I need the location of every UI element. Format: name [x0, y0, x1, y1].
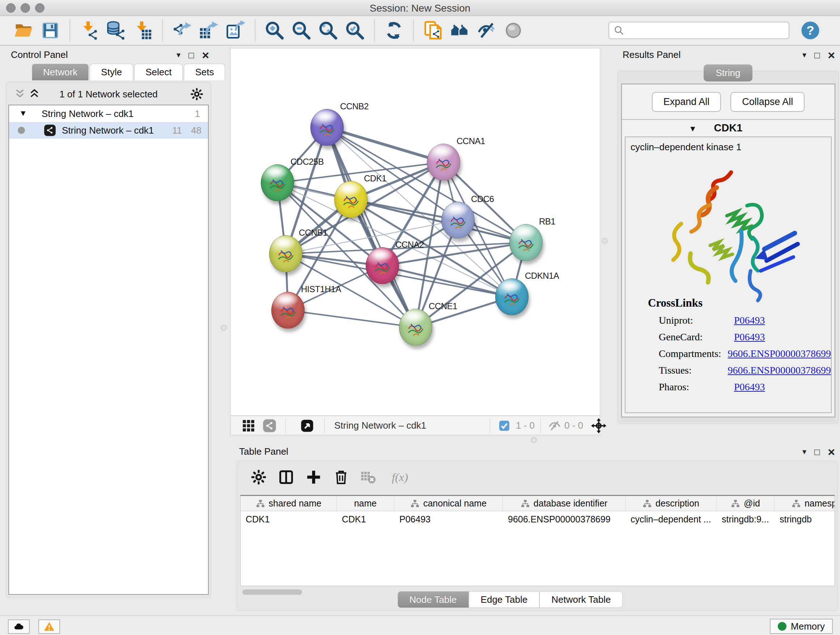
pan-crosshair-icon[interactable]: [591, 418, 606, 433]
network-row[interactable]: String Network – cdk1 11 48: [9, 122, 208, 139]
collapse-all-button[interactable]: Collapse All: [730, 92, 805, 112]
hidden-eye-icon[interactable]: [548, 419, 561, 432]
tab-string[interactable]: String: [616, 65, 840, 81]
first-neighbors-button[interactable]: [449, 19, 471, 41]
table-cell[interactable]: stringdb: [775, 511, 835, 528]
export-table-button[interactable]: [198, 19, 219, 41]
export-image-icon: [226, 21, 245, 40]
network-options-gear-icon[interactable]: [190, 87, 204, 101]
results-scrollbar[interactable]: [622, 418, 835, 422]
cloud-status-button[interactable]: [8, 619, 30, 634]
table-panel-maximize-icon[interactable]: □: [814, 448, 820, 456]
save-session-button[interactable]: [39, 19, 61, 41]
zoom-selected-button[interactable]: [344, 19, 366, 41]
import-network-database-button[interactable]: [105, 19, 127, 41]
crosslink-link[interactable]: P06493: [734, 315, 765, 326]
column-header-name[interactable]: name: [337, 496, 394, 511]
node-table[interactable]: shared namenamecanonical namedatabase id…: [240, 495, 835, 586]
zoom-in-button[interactable]: [264, 19, 286, 41]
network-node-rb1[interactable]: [509, 224, 543, 261]
apply-layout-button[interactable]: [383, 19, 405, 41]
network-node-ccna2[interactable]: [366, 247, 399, 284]
network-node-cdc6[interactable]: [441, 202, 475, 239]
left-splitter-handle[interactable]: [221, 325, 226, 331]
zoom-fit-button[interactable]: [317, 19, 339, 41]
grid-mode-icon[interactable]: [242, 419, 256, 432]
delete-column-icon[interactable]: [333, 469, 349, 486]
search-input[interactable]: [608, 22, 789, 39]
tab-select[interactable]: Select: [134, 64, 183, 80]
network-node-cdk1[interactable]: [334, 181, 368, 218]
results-panel-close-icon[interactable]: ×: [828, 49, 835, 61]
export-network-button[interactable]: [171, 19, 193, 41]
show-all-button[interactable]: [502, 19, 524, 41]
zoom-out-button[interactable]: [291, 19, 312, 41]
results-panel-maximize-icon[interactable]: □: [814, 51, 820, 60]
table-panel-close-icon[interactable]: ×: [828, 446, 835, 458]
crosslink-link[interactable]: P06493: [734, 331, 765, 343]
column-header-canonicalname[interactable]: canonical name: [394, 496, 503, 511]
table-cell[interactable]: 9606.ENSP00000378699: [503, 511, 625, 528]
hide-selected-button[interactable]: [476, 19, 497, 41]
duplicate-network-icon: [423, 21, 443, 40]
protein-section-header[interactable]: ▼ CDK1: [622, 119, 835, 136]
table-settings-gear-icon[interactable]: [250, 469, 267, 486]
network-node-ccnb2[interactable]: [310, 109, 344, 146]
open-session-button[interactable]: [13, 19, 34, 41]
duplicate-network-button[interactable]: [422, 19, 444, 41]
right-splitter-handle[interactable]: [602, 238, 607, 244]
network-canvas[interactable]: CCNB2 CCNA1 CDC25B CDK1 CDC6 RB1 CCNB1 C…: [231, 48, 600, 416]
column-header-id[interactable]: @id: [717, 496, 775, 511]
zoom-selected-icon: [345, 21, 365, 40]
network-node-cdkn1a[interactable]: [495, 279, 529, 315]
tab-network[interactable]: Network: [32, 64, 88, 80]
selected-checkbox-icon[interactable]: [499, 420, 510, 432]
export-image-button[interactable]: [225, 19, 246, 41]
import-network-file-button[interactable]: [79, 19, 100, 41]
network-collection-row[interactable]: ▼ String Network – cdk1 1: [9, 105, 208, 122]
protein-structure-image: [656, 162, 801, 303]
control-panel-float-icon[interactable]: ▾: [177, 51, 180, 59]
control-panel-maximize-icon[interactable]: □: [188, 51, 194, 60]
bottom-splitter-handle[interactable]: [531, 437, 537, 443]
table-panel-float-icon[interactable]: ▾: [802, 448, 806, 456]
tab-style[interactable]: Style: [90, 64, 133, 80]
table-cell[interactable]: stringdb:9...: [717, 511, 775, 528]
network-node-hist1h1a[interactable]: [271, 292, 305, 329]
crosslink-label: Tissues:: [659, 364, 725, 376]
network-node-ccna1[interactable]: [427, 144, 460, 181]
table-cell[interactable]: CDK1: [337, 511, 394, 528]
tab-network-table[interactable]: Network Table: [539, 591, 622, 608]
results-panel-float-icon[interactable]: ▾: [802, 51, 806, 59]
expand-all-button[interactable]: Expand All: [652, 92, 722, 112]
collection-expander-icon[interactable]: ▼: [19, 109, 27, 118]
control-panel-close-icon[interactable]: ×: [202, 49, 209, 61]
network-node-ccne1[interactable]: [399, 309, 432, 346]
import-table-button[interactable]: [132, 19, 154, 41]
node-label-ccna1: CCNA1: [456, 136, 485, 146]
column-header-databaseidentifier[interactable]: database identifier: [503, 496, 625, 511]
network-node-ccnb1[interactable]: [269, 235, 302, 272]
help-button[interactable]: ?: [800, 20, 821, 41]
warnings-button[interactable]: [38, 619, 60, 634]
table-cell[interactable]: CDK1: [240, 511, 337, 528]
collection-label: String Network – cdk1: [42, 108, 134, 119]
add-column-icon[interactable]: [305, 469, 322, 486]
tab-node-table[interactable]: Node Table: [398, 591, 469, 608]
crosslink-link[interactable]: 9606.ENSP00000378699: [728, 364, 831, 376]
network-node-cdc25b[interactable]: [261, 165, 294, 201]
column-header-namespace[interactable]: namespace: [775, 496, 835, 511]
tab-sets[interactable]: Sets: [184, 64, 225, 80]
crosslink-link[interactable]: 9606.ENSP00000378699: [728, 348, 831, 359]
crosslink-link[interactable]: P06493: [734, 381, 765, 393]
show-columns-icon[interactable]: [278, 469, 294, 486]
column-header-description[interactable]: description: [625, 496, 717, 511]
memory-button[interactable]: Memory: [770, 619, 833, 634]
table-row[interactable]: CDK1CDK1P064939606.ENSP00000378699cyclin…: [240, 511, 835, 528]
search-field[interactable]: [628, 25, 784, 36]
tab-edge-table[interactable]: Edge Table: [469, 591, 540, 608]
column-header-sharedname[interactable]: shared name: [240, 496, 337, 511]
table-cell[interactable]: P06493: [394, 511, 503, 528]
table-cell[interactable]: cyclin–dependent ...: [625, 511, 717, 528]
birds-eye-view-icon[interactable]: [300, 419, 314, 432]
